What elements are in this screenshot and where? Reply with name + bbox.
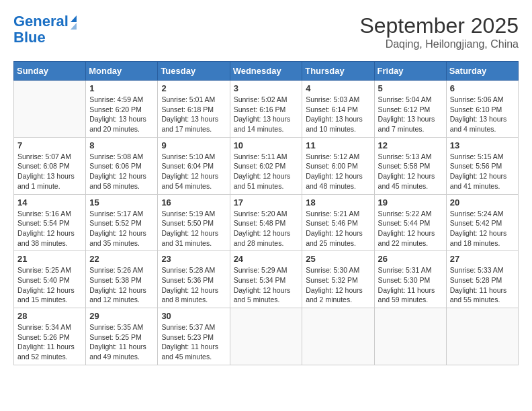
day-of-week-header: Saturday [446,62,518,81]
day-number: 9 [161,140,226,150]
day-info: Sunrise: 5:33 AM Sunset: 5:28 PM Dayligh… [450,265,515,305]
day-number: 19 [378,197,443,208]
calendar-cell: 23Sunrise: 5:28 AM Sunset: 5:36 PM Dayli… [158,251,230,308]
day-info: Sunrise: 5:26 AM Sunset: 5:38 PM Dayligh… [89,265,154,305]
day-info: Sunrise: 5:35 AM Sunset: 5:25 PM Dayligh… [89,322,154,362]
day-number: 26 [378,254,443,264]
calendar-cell: 16Sunrise: 5:19 AM Sunset: 5:50 PM Dayli… [158,194,230,251]
logo-text2: Blue [13,30,77,46]
calendar-cell: 14Sunrise: 5:16 AM Sunset: 5:54 PM Dayli… [14,194,86,251]
calendar-cell: 9Sunrise: 5:10 AM Sunset: 6:04 PM Daylig… [158,137,230,194]
day-number: 16 [161,197,226,208]
calendar-cell: 19Sunrise: 5:22 AM Sunset: 5:44 PM Dayli… [374,194,446,251]
day-info: Sunrise: 5:37 AM Sunset: 5:23 PM Dayligh… [161,322,226,362]
day-info: Sunrise: 5:15 AM Sunset: 5:56 PM Dayligh… [450,152,515,191]
day-info: Sunrise: 5:10 AM Sunset: 6:04 PM Dayligh… [161,152,226,191]
day-number: 23 [161,254,226,264]
day-of-week-header: Sunday [14,62,86,81]
day-number: 8 [89,140,154,150]
day-number: 4 [306,83,370,93]
day-number: 14 [17,197,82,208]
day-info: Sunrise: 5:12 AM Sunset: 6:00 PM Dayligh… [306,152,370,191]
day-number: 2 [161,83,226,93]
day-info: Sunrise: 5:30 AM Sunset: 5:32 PM Dayligh… [306,265,370,305]
day-number: 28 [17,311,82,321]
day-info: Sunrise: 5:11 AM Sunset: 6:02 PM Dayligh… [234,152,299,191]
day-number: 30 [161,311,226,321]
day-info: Sunrise: 5:06 AM Sunset: 6:10 PM Dayligh… [450,95,515,134]
calendar-title: September 2025 [359,13,519,38]
calendar-subtitle: Daqing, Heilongjiang, China [359,38,519,50]
day-number: 21 [17,254,82,264]
calendar-cell: 10Sunrise: 5:11 AM Sunset: 6:02 PM Dayli… [230,137,302,194]
calendar-cell: 2Sunrise: 5:01 AM Sunset: 6:18 PM Daylig… [158,81,230,138]
day-info: Sunrise: 5:29 AM Sunset: 5:34 PM Dayligh… [234,265,299,305]
day-number: 22 [89,254,154,264]
day-info: Sunrise: 4:59 AM Sunset: 6:20 PM Dayligh… [89,95,154,134]
day-number: 10 [234,140,299,150]
day-of-week-header: Wednesday [230,62,302,81]
calendar-cell: 7Sunrise: 5:07 AM Sunset: 6:08 PM Daylig… [14,137,86,194]
day-number: 25 [306,254,370,264]
day-of-week-header: Monday [86,62,158,81]
calendar-cell: 17Sunrise: 5:20 AM Sunset: 5:48 PM Dayli… [230,194,302,251]
calendar-cell: 30Sunrise: 5:37 AM Sunset: 5:23 PM Dayli… [158,308,230,365]
day-number: 6 [450,83,515,93]
day-number: 11 [306,140,370,150]
calendar-week-row: 7Sunrise: 5:07 AM Sunset: 6:08 PM Daylig… [14,137,519,194]
logo-text: General [13,13,69,30]
day-number: 1 [89,83,154,93]
page-header: General Blue September 2025 Daqing, Heil… [13,13,519,50]
calendar-week-row: 1Sunrise: 4:59 AM Sunset: 6:20 PM Daylig… [14,81,519,138]
day-info: Sunrise: 5:07 AM Sunset: 6:08 PM Dayligh… [17,152,82,191]
calendar-cell: 24Sunrise: 5:29 AM Sunset: 5:34 PM Dayli… [230,251,302,308]
calendar-cell: 1Sunrise: 4:59 AM Sunset: 6:20 PM Daylig… [86,81,158,138]
calendar-cell: 8Sunrise: 5:08 AM Sunset: 6:06 PM Daylig… [86,137,158,194]
day-info: Sunrise: 5:02 AM Sunset: 6:16 PM Dayligh… [234,95,299,134]
calendar-cell: 20Sunrise: 5:24 AM Sunset: 5:42 PM Dayli… [446,194,518,251]
day-info: Sunrise: 5:28 AM Sunset: 5:36 PM Dayligh… [161,265,226,305]
day-info: Sunrise: 5:22 AM Sunset: 5:44 PM Dayligh… [378,209,443,248]
calendar-cell: 5Sunrise: 5:04 AM Sunset: 6:12 PM Daylig… [374,81,446,138]
calendar-cell: 6Sunrise: 5:06 AM Sunset: 6:10 PM Daylig… [446,81,518,138]
calendar-cell: 29Sunrise: 5:35 AM Sunset: 5:25 PM Dayli… [86,308,158,365]
day-number: 17 [234,197,299,208]
calendar-cell: 15Sunrise: 5:17 AM Sunset: 5:52 PM Dayli… [86,194,158,251]
calendar-table: SundayMondayTuesdayWednesdayThursdayFrid… [13,61,519,365]
day-of-week-header: Thursday [302,62,374,81]
calendar-cell [302,308,374,365]
calendar-cell: 25Sunrise: 5:30 AM Sunset: 5:32 PM Dayli… [302,251,374,308]
title-block: September 2025 Daqing, Heilongjiang, Chi… [359,13,519,50]
calendar-week-row: 21Sunrise: 5:25 AM Sunset: 5:40 PM Dayli… [14,251,519,308]
calendar-header-row: SundayMondayTuesdayWednesdayThursdayFrid… [14,62,519,81]
day-of-week-header: Friday [374,62,446,81]
calendar-cell: 22Sunrise: 5:26 AM Sunset: 5:38 PM Dayli… [86,251,158,308]
day-number: 7 [17,140,82,150]
day-number: 24 [234,254,299,264]
day-info: Sunrise: 5:31 AM Sunset: 5:30 PM Dayligh… [378,265,443,305]
day-info: Sunrise: 5:21 AM Sunset: 5:46 PM Dayligh… [306,209,370,248]
calendar-cell [446,308,518,365]
calendar-cell [230,308,302,365]
day-info: Sunrise: 5:25 AM Sunset: 5:40 PM Dayligh… [17,265,82,305]
calendar-cell: 18Sunrise: 5:21 AM Sunset: 5:46 PM Dayli… [302,194,374,251]
day-info: Sunrise: 5:24 AM Sunset: 5:42 PM Dayligh… [450,209,515,248]
day-of-week-header: Tuesday [158,62,230,81]
day-info: Sunrise: 5:20 AM Sunset: 5:48 PM Dayligh… [234,209,299,248]
calendar-cell [14,81,86,138]
calendar-cell: 4Sunrise: 5:03 AM Sunset: 6:14 PM Daylig… [302,81,374,138]
day-number: 27 [450,254,515,264]
calendar-week-row: 28Sunrise: 5:34 AM Sunset: 5:26 PM Dayli… [14,308,519,365]
calendar-cell: 21Sunrise: 5:25 AM Sunset: 5:40 PM Dayli… [14,251,86,308]
day-number: 13 [450,140,515,150]
day-info: Sunrise: 5:04 AM Sunset: 6:12 PM Dayligh… [378,95,443,134]
day-number: 18 [306,197,370,208]
calendar-cell: 27Sunrise: 5:33 AM Sunset: 5:28 PM Dayli… [446,251,518,308]
day-info: Sunrise: 5:16 AM Sunset: 5:54 PM Dayligh… [17,209,82,248]
calendar-cell [374,308,446,365]
calendar-cell: 11Sunrise: 5:12 AM Sunset: 6:00 PM Dayli… [302,137,374,194]
day-info: Sunrise: 5:19 AM Sunset: 5:50 PM Dayligh… [161,209,226,248]
day-number: 15 [89,197,154,208]
day-info: Sunrise: 5:03 AM Sunset: 6:14 PM Dayligh… [306,95,370,134]
calendar-cell: 12Sunrise: 5:13 AM Sunset: 5:58 PM Dayli… [374,137,446,194]
